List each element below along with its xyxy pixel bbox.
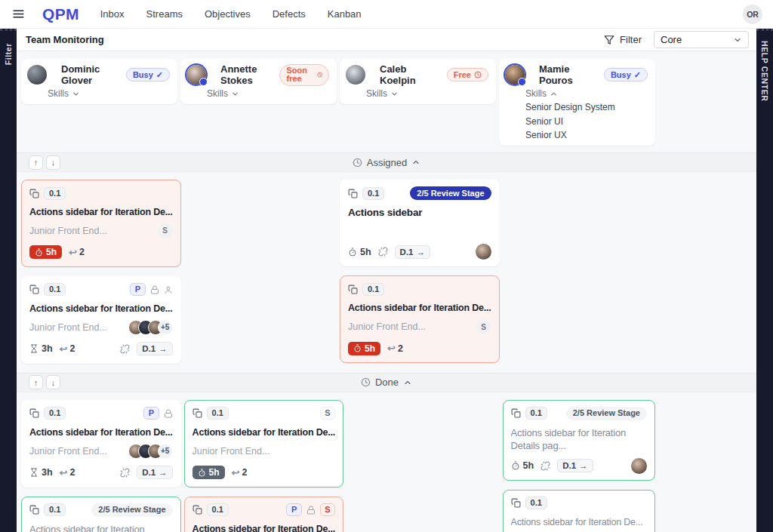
owner-badge: S xyxy=(476,319,491,334)
skills-toggle[interactable]: Skills xyxy=(207,88,239,99)
timer-icon xyxy=(511,461,520,470)
filter-rail[interactable]: Filter xyxy=(0,29,17,532)
copy-icon xyxy=(29,505,39,515)
timer-icon xyxy=(35,248,43,257)
copy-icon xyxy=(29,189,39,198)
copy-icon xyxy=(29,408,39,418)
link-badge[interactable]: D.1→ xyxy=(137,342,172,355)
status-badge: Busy✓ xyxy=(604,68,648,81)
priority-badge: P xyxy=(130,283,145,296)
move-down-button[interactable]: ↓ xyxy=(46,155,60,170)
task-role: Junior Front End... xyxy=(192,446,270,457)
priority-badge: P xyxy=(286,503,301,516)
hourglass-icon xyxy=(29,344,38,353)
timer-icon xyxy=(348,248,357,257)
column-4: 0.1 2/5 Review Stage Actions sidebar for… xyxy=(503,400,655,532)
task-card[interactable]: 0.1 P S Actions sidebar for Iteration De… xyxy=(184,497,344,532)
skill-list: Senior Design System Senior UI Senior UX xyxy=(525,102,648,140)
copy-icon xyxy=(348,284,358,294)
task-card[interactable]: 0.1 2/5 Review Stage Actions sidebar for… xyxy=(503,400,655,481)
clock-icon xyxy=(353,158,362,168)
person-card-caleb: Caleb Koelpin Free Skills xyxy=(340,59,496,104)
skills-toggle[interactable]: Skills xyxy=(525,88,558,99)
user-avatar[interactable]: OR xyxy=(743,5,762,24)
section-toggle-done[interactable]: Done xyxy=(17,377,756,388)
redo-count: ↩2 xyxy=(69,247,85,258)
task-card[interactable]: 0.1 P Actions sidebar for Iteration De..… xyxy=(21,400,181,487)
move-up-button[interactable]: ↑ xyxy=(29,155,43,170)
version-badge: 0.1 xyxy=(207,503,229,516)
task-card[interactable]: 0.1 2/5 Review Stage Actions sidebar for… xyxy=(21,497,181,532)
task-title: Actions sidebar for Iteration De... xyxy=(29,426,173,439)
skill-item: Senior Design System xyxy=(525,102,648,112)
task-title: Actions sidebar for Iteration De... xyxy=(29,206,173,219)
link-badge[interactable]: D.1→ xyxy=(137,466,172,479)
task-card[interactable]: 0.1 Actions sidebar for Iteration De... … xyxy=(340,275,500,363)
avatar[interactable] xyxy=(186,65,206,85)
person-icon xyxy=(164,285,173,294)
chevron-up-icon xyxy=(411,158,420,167)
review-stage-badge: 2/5 Review Stage xyxy=(410,186,491,200)
avatar[interactable] xyxy=(346,65,365,85)
version-badge: 0.1 xyxy=(44,283,66,296)
column-4 xyxy=(503,180,655,183)
redo-count: ↩2 xyxy=(387,343,403,354)
person-name: Dominic Glover xyxy=(61,63,119,86)
section-bar-done: ↑ ↓ Done xyxy=(17,373,756,392)
version-badge: 0.1 xyxy=(44,187,66,200)
link-badge[interactable]: D.1→ xyxy=(395,245,430,259)
hamburger-menu-icon[interactable] xyxy=(9,5,27,23)
main-area: Team Monitoring Filter Core Dominic Glov… xyxy=(17,29,756,532)
avatar[interactable] xyxy=(27,65,47,85)
time-chip-overdue: 5h xyxy=(29,245,62,259)
task-card[interactable]: 0.1 Actions sidebar for Iteration De... … xyxy=(503,490,655,532)
nav-item-streams[interactable]: Streams xyxy=(146,8,183,20)
chevron-up-icon xyxy=(403,378,412,387)
copy-icon xyxy=(511,498,521,508)
column-1: 0.1 P Actions sidebar for Iteration De..… xyxy=(21,400,181,532)
section-toggle-assigned[interactable]: Assigned xyxy=(17,157,756,168)
column-3: 0.1 2/5 Review Stage Actions sidebar 5h … xyxy=(340,180,500,363)
person-name: Caleb Koelpin xyxy=(380,63,440,86)
version-badge: 0.1 xyxy=(525,407,547,420)
people-row: Dominic Glover Busy✓ Skills Annette Stok… xyxy=(21,59,655,146)
task-card[interactable]: 0.1 2/5 Review Stage Actions sidebar 5h … xyxy=(340,180,500,266)
chevron-down-icon xyxy=(231,90,239,98)
nav-item-defects[interactable]: Defects xyxy=(273,8,306,20)
filter-button[interactable]: Filter xyxy=(604,34,642,45)
scope-select[interactable]: Core xyxy=(654,31,749,48)
review-stage-badge: 2/5 Review Stage xyxy=(566,407,647,420)
help-center-rail[interactable]: HELP CENTER xyxy=(756,29,773,532)
column-3 xyxy=(346,400,499,403)
clock-icon xyxy=(474,71,482,78)
redo-count: ↩2 xyxy=(232,467,248,478)
app-logo[interactable]: QPM xyxy=(42,5,79,23)
task-card[interactable]: 0.1 P Actions sidebar for Iteration De..… xyxy=(21,276,181,364)
skills-toggle[interactable]: Skills xyxy=(366,88,399,99)
person-name: Mamie Pouros xyxy=(539,63,604,86)
time-estimate: 5h xyxy=(511,460,534,471)
column-2 xyxy=(184,180,337,183)
copy-icon xyxy=(29,284,39,294)
nav-item-inbox[interactable]: Inbox xyxy=(100,8,125,20)
nav-item-objectives[interactable]: Objectives xyxy=(205,8,251,20)
review-stage-badge: 2/5 Review Stage xyxy=(91,503,172,517)
status-badge: Busy✓ xyxy=(126,68,170,81)
time-chip-overdue: 5h xyxy=(348,342,380,355)
skills-toggle[interactable]: Skills xyxy=(48,88,80,99)
task-card[interactable]: 0.1 Actions sidebar for Iteration De... … xyxy=(21,180,181,267)
link-badge[interactable]: D.1→ xyxy=(557,459,593,472)
task-title: Actions sidebar for Iteration De... xyxy=(192,426,336,439)
task-title: Actions sidebar for Iteration De... xyxy=(192,523,336,532)
task-card[interactable]: 0.1 S Actions sidebar for Iteration De..… xyxy=(184,400,344,487)
avatar[interactable] xyxy=(505,65,525,85)
move-down-button[interactable]: ↓ xyxy=(46,375,60,389)
nav-item-kanban[interactable]: Kanban xyxy=(328,8,362,20)
flag-badge: S xyxy=(320,503,335,516)
person-card-dominic: Dominic Glover Busy✓ Skills xyxy=(21,59,177,104)
avatar-stack: +5 xyxy=(128,444,173,459)
lock-icon xyxy=(164,409,173,418)
move-up-button[interactable]: ↑ xyxy=(29,375,43,389)
time-chip-done: 5h xyxy=(192,466,225,479)
avatar-stack: +5 xyxy=(128,320,173,335)
